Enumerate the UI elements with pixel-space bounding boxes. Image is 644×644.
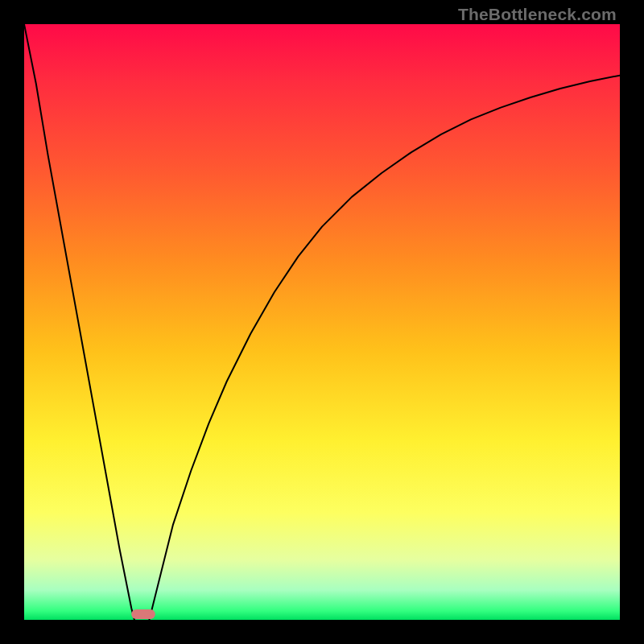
curve-left-branch [24,24,134,620]
watermark-text: TheBottleneck.com [458,5,617,24]
curve-right-branch [149,76,620,620]
curve-overlay-svg [24,24,620,620]
chart-frame: TheBottleneck.com [0,0,644,644]
plot-area [24,24,620,620]
optimal-point-marker [131,609,155,619]
